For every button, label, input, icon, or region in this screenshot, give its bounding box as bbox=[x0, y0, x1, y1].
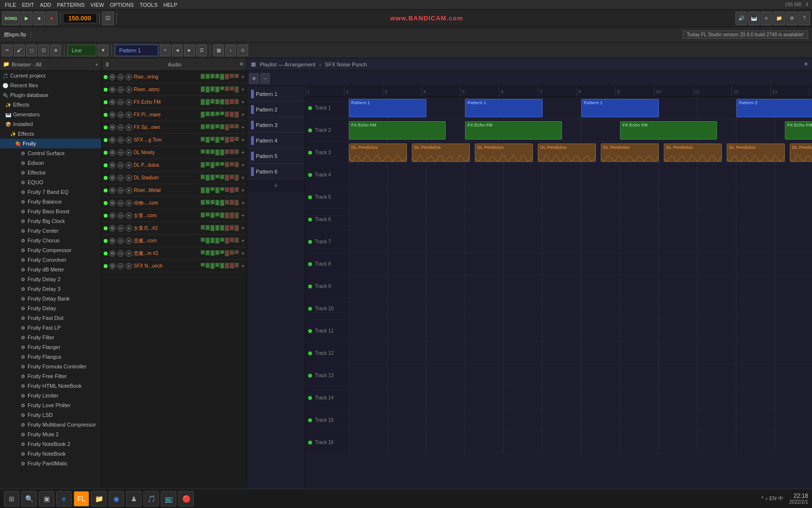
browser-item-equo[interactable]: ⚙EQUO bbox=[0, 177, 101, 187]
track-label-8[interactable]: Track 8 bbox=[305, 253, 349, 275]
edge-browser[interactable]: e bbox=[56, 491, 72, 507]
browser-item-generators[interactable]: 🎹Generators bbox=[0, 110, 101, 119]
menu-tools[interactable]: TOOLS bbox=[137, 0, 160, 9]
menu-file[interactable]: FILE bbox=[2, 0, 19, 9]
browser-item-fruity_free_filter[interactable]: ⚙Fruity Free Filter bbox=[0, 371, 101, 381]
mixer-add-6[interactable]: + bbox=[241, 137, 245, 143]
mixer-add-8[interactable]: + bbox=[241, 162, 245, 169]
mixer-add-14[interactable]: + bbox=[241, 238, 245, 244]
track-label-10[interactable]: Track 10 bbox=[305, 298, 349, 319]
browser-item-plugin_database[interactable]: 🔌Plugin database bbox=[0, 90, 101, 100]
track-block-1-2[interactable]: Pattern 1 bbox=[581, 99, 659, 117]
track-label-11[interactable]: Track 11 bbox=[305, 320, 349, 342]
mixer-solo-12[interactable]: — bbox=[117, 212, 124, 219]
mixer-solo-8[interactable]: — bbox=[117, 162, 124, 169]
zoom-tool[interactable]: ⊕ bbox=[50, 45, 61, 56]
pattern-next[interactable]: ► bbox=[184, 45, 195, 56]
browser-item-fruity_html_notebook[interactable]: ⚙Fruity HTML NoteBook bbox=[0, 381, 101, 391]
song-mode-button[interactable]: SONG bbox=[2, 12, 20, 25]
steam-task[interactable]: ♟ bbox=[126, 491, 141, 507]
mixer-track-11[interactable]: G — • 动物-...com + bbox=[102, 197, 247, 209]
browser-item-fruity_flanger[interactable]: ⚙Fruity Flanger bbox=[0, 342, 101, 352]
track-block-3-1[interactable]: DL Pendulus bbox=[412, 143, 470, 162]
track-block-2-0[interactable]: FX Echo FM bbox=[349, 121, 446, 140]
track-block-3-5[interactable]: DL Pendulus bbox=[664, 143, 722, 162]
menu-edit[interactable]: EDIT bbox=[19, 0, 37, 9]
mixer-rec-10[interactable]: • bbox=[125, 187, 132, 194]
track-label-5[interactable]: Track 5 bbox=[305, 186, 349, 208]
track-content-13[interactable] bbox=[349, 365, 812, 386]
track-label-4[interactable]: Track 4 bbox=[305, 164, 349, 186]
mixer-mute-16[interactable]: G bbox=[109, 263, 116, 270]
mixer-track-16[interactable]: G — • SFX N...unch + bbox=[102, 260, 247, 272]
record-pat[interactable]: ⊙ bbox=[237, 45, 248, 56]
mixer-rec-5[interactable]: • bbox=[125, 124, 132, 131]
record-button[interactable]: ● bbox=[46, 12, 58, 25]
mixer-rec-13[interactable]: • bbox=[125, 225, 132, 232]
mixer-add-10[interactable]: + bbox=[241, 187, 245, 194]
mixer-mute-6[interactable]: G bbox=[109, 137, 116, 143]
menu-patterns[interactable]: PATTERNS bbox=[54, 0, 88, 9]
app6[interactable]: 📺 bbox=[161, 491, 176, 507]
track-content-5[interactable] bbox=[349, 186, 812, 208]
mixer-add-11[interactable]: + bbox=[241, 200, 245, 206]
browser-item-effects2[interactable]: ✨Effects bbox=[0, 129, 101, 139]
browser-item-fruity_delay_2[interactable]: ⚙Fruity Delay 2 bbox=[0, 274, 101, 284]
help-btn[interactable]: ? bbox=[798, 12, 810, 25]
browser-item-fruity_7_band_eq[interactable]: ⚙Fruity 7 Band EQ bbox=[0, 187, 101, 197]
mixer-add-5[interactable]: + bbox=[241, 124, 245, 131]
track-content-11[interactable] bbox=[349, 320, 812, 342]
browser-button[interactable]: 📁 bbox=[773, 12, 785, 25]
mixer-rec-8[interactable]: • bbox=[125, 162, 132, 169]
track-label-6[interactable]: Track 6 bbox=[305, 208, 349, 230]
track-label-16[interactable]: Track 16 bbox=[305, 431, 349, 453]
track-label-14[interactable]: Track 14 bbox=[305, 387, 349, 409]
pattern-list-footer[interactable]: + bbox=[247, 179, 305, 192]
track-block-2-1[interactable]: FX Echo FM bbox=[465, 121, 562, 140]
mixer-solo-9[interactable]: — bbox=[117, 175, 124, 181]
mixer-mute-9[interactable]: G bbox=[109, 175, 116, 181]
browser-item-fruity_delay[interactable]: ⚙Fruity Delay bbox=[0, 303, 101, 313]
mixer-mute-1[interactable]: G bbox=[109, 74, 116, 80]
mixer-add-15[interactable]: + bbox=[241, 250, 245, 257]
playlist-close[interactable]: ✕ bbox=[804, 61, 808, 67]
mixer-mute-7[interactable]: G bbox=[109, 149, 116, 156]
update-notice[interactable]: Today FL Studio version 20.9.0 build 274… bbox=[683, 31, 808, 39]
browser-item-fruity_db_meter[interactable]: ⚙Fruity dB Meter bbox=[0, 265, 101, 274]
mixer-mute-12[interactable]: G bbox=[109, 212, 116, 219]
draw-tool[interactable]: ✏ bbox=[2, 45, 13, 56]
track-rows[interactable]: Track 1Pattern 1Pattern 1Pattern 1Patter… bbox=[305, 97, 812, 508]
browser-item-fruity_lsd[interactable]: ⚙Fruity LSD bbox=[0, 410, 101, 420]
track-block-3-6[interactable]: DL Pendulus bbox=[727, 143, 785, 162]
track-label-9[interactable]: Track 9 bbox=[305, 275, 349, 297]
mixer-track-7[interactable]: G — • DL Ninety + bbox=[102, 146, 247, 159]
mixer-add-12[interactable]: + bbox=[241, 212, 245, 219]
mixer-add-9[interactable]: + bbox=[241, 175, 245, 181]
track-content-3[interactable]: DL Pendulus DL Pendulus DL Pendulus DL P… bbox=[349, 142, 812, 163]
browser-item-fruity_delay_bank[interactable]: ⚙Fruity Delay Bank bbox=[0, 294, 101, 303]
track-content-10[interactable] bbox=[349, 298, 812, 319]
mixer-solo-5[interactable]: — bbox=[117, 124, 124, 131]
mixer-track-5[interactable]: G — • FX Sp...own + bbox=[102, 121, 247, 134]
select-tool[interactable]: ⊡ bbox=[38, 45, 49, 56]
track-content-14[interactable] bbox=[349, 387, 812, 409]
playlist-button[interactable]: ≡ bbox=[761, 12, 772, 25]
mixer-mute-13[interactable]: G bbox=[109, 225, 116, 232]
track-block-3-3[interactable]: DL Pendulus bbox=[538, 143, 596, 162]
mixer-track-9[interactable]: G — • DL Stadium + bbox=[102, 172, 247, 184]
track-content-8[interactable] bbox=[349, 253, 812, 275]
pl-stretch[interactable]: ↔ bbox=[260, 73, 270, 84]
mixer-track-3[interactable]: G — • FX Echo FM + bbox=[102, 96, 247, 109]
search-button[interactable]: 🔍 bbox=[21, 491, 37, 507]
pl-zoom-cross[interactable]: ⊕ bbox=[249, 73, 259, 84]
fl-studio-task[interactable]: FL bbox=[74, 491, 89, 507]
mixer-close[interactable]: ✕ bbox=[239, 61, 244, 67]
browser-item-fruity_notebook[interactable]: ⚙Fruity NoteBook bbox=[0, 449, 101, 459]
pattern-item-5[interactable]: Pattern 5 bbox=[247, 148, 305, 164]
browser-item-effector[interactable]: ⚙Effector bbox=[0, 168, 101, 177]
browser-item-fruity_limiter[interactable]: ⚙Fruity Limiter bbox=[0, 391, 101, 400]
menu-view[interactable]: VIEW bbox=[88, 0, 107, 9]
track-label-2[interactable]: Track 2 bbox=[305, 119, 349, 141]
browser-tree[interactable]: 🎵Current project🕐Recent files🔌Plugin dat… bbox=[0, 71, 101, 508]
mixer-rec-9[interactable]: • bbox=[125, 175, 132, 181]
